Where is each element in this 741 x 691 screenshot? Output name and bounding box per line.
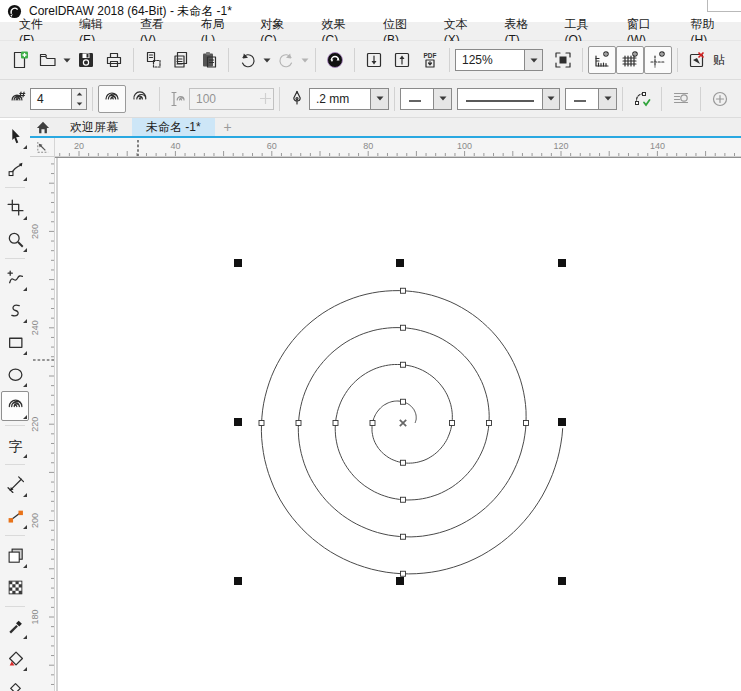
spiral-revolutions-spinner[interactable] <box>72 88 87 110</box>
curve-node[interactable] <box>524 421 529 426</box>
curve-node[interactable] <box>259 421 264 426</box>
show-guidelines-toggle[interactable] <box>644 46 672 74</box>
horizontal-ruler[interactable]: 20406080100120140 <box>55 138 741 157</box>
curve-node[interactable] <box>401 362 406 367</box>
drop-shadow-tool[interactable] <box>1 540 29 570</box>
search-content-button[interactable] <box>321 46 349 74</box>
import-button[interactable] <box>360 46 388 74</box>
drawing-canvas[interactable] <box>55 157 741 691</box>
open-document-button[interactable] <box>34 46 62 74</box>
show-rulers-toggle[interactable] <box>588 46 616 74</box>
line-style-caret[interactable] <box>542 89 559 109</box>
paste-button[interactable] <box>195 46 223 74</box>
print-button[interactable] <box>100 46 128 74</box>
spinner-up[interactable] <box>72 89 86 99</box>
shape-tool[interactable] <box>1 153 29 183</box>
ellipse-tool[interactable] <box>1 359 29 389</box>
curve-node[interactable] <box>401 288 406 293</box>
logarithmic-spiral-button[interactable] <box>126 85 154 113</box>
selection-handle[interactable] <box>234 577 242 585</box>
flyout-indicator-icon[interactable] <box>23 564 27 568</box>
flyout-indicator-icon[interactable] <box>23 319 27 323</box>
cut-button[interactable] <box>139 46 167 74</box>
crop-tool[interactable] <box>1 192 29 222</box>
copy-button[interactable] <box>167 46 195 74</box>
dimension-tool[interactable] <box>1 469 29 499</box>
tab-welcome-screen[interactable]: 欢迎屏幕 <box>56 118 132 136</box>
undo-dropdown-caret[interactable] <box>262 47 272 73</box>
ruler-origin-button[interactable] <box>30 138 55 157</box>
curve-node[interactable] <box>487 421 492 426</box>
curve-node[interactable] <box>401 460 406 465</box>
spiral-tool[interactable] <box>1 391 29 421</box>
spiral-revolutions-input[interactable]: 4 <box>30 88 72 110</box>
flyout-indicator-icon[interactable] <box>23 493 27 497</box>
text-wrap-button[interactable] <box>667 85 695 113</box>
curve-node[interactable] <box>401 571 406 576</box>
curve-node[interactable] <box>333 421 338 426</box>
close-curve-button[interactable] <box>628 85 656 113</box>
export-button[interactable] <box>388 46 416 74</box>
outline-width-caret[interactable] <box>370 89 388 109</box>
flyout-indicator-icon[interactable] <box>23 287 27 291</box>
flyout-indicator-icon[interactable] <box>23 145 27 149</box>
open-dropdown-caret[interactable] <box>62 47 72 73</box>
zoom-levels-caret[interactable] <box>524 50 542 70</box>
text-tool[interactable]: 字 <box>1 430 29 460</box>
flyout-indicator-icon[interactable] <box>23 415 27 419</box>
redo-button[interactable] <box>272 46 300 74</box>
snap-to-label[interactable]: 贴 <box>713 52 725 69</box>
flyout-indicator-icon[interactable] <box>23 177 27 181</box>
tab-untitled-document[interactable]: 未命名 -1* <box>132 118 215 136</box>
add-preset-button[interactable] <box>706 85 734 113</box>
home-tab-button[interactable] <box>30 118 56 136</box>
selection-handle[interactable] <box>234 259 242 267</box>
object-center-marker[interactable] <box>400 420 406 426</box>
flyout-indicator-icon[interactable] <box>23 454 27 458</box>
pick-tool[interactable] <box>1 121 29 151</box>
vertical-ruler[interactable]: 180200220240260 <box>30 157 55 691</box>
start-arrowhead-caret[interactable] <box>433 89 451 109</box>
save-button[interactable] <box>72 46 100 74</box>
flyout-indicator-icon[interactable] <box>23 635 27 639</box>
publish-pdf-button[interactable]: PDF <box>416 46 444 74</box>
new-document-button[interactable] <box>6 46 34 74</box>
selection-handle[interactable] <box>558 577 566 585</box>
curve-node[interactable] <box>401 325 406 330</box>
smart-drawing-tool[interactable] <box>1 295 29 325</box>
symmetric-spiral-button[interactable] <box>98 85 126 113</box>
show-grid-toggle[interactable] <box>616 46 644 74</box>
flyout-indicator-icon[interactable] <box>23 248 27 252</box>
outline-width-combo[interactable]: .2 mm <box>309 88 389 110</box>
end-arrowhead-caret[interactable] <box>598 89 616 109</box>
spiral-expansion-handle[interactable] <box>257 93 273 104</box>
transparency-tool[interactable] <box>1 572 29 602</box>
connector-tool[interactable] <box>1 501 29 531</box>
interactive-fill-tool[interactable] <box>1 643 29 673</box>
start-arrowhead-combo[interactable] <box>400 88 452 110</box>
snap-off-button[interactable] <box>683 46 711 74</box>
line-style-combo[interactable] <box>457 88 560 110</box>
redo-dropdown-caret[interactable] <box>300 47 310 73</box>
curve-node[interactable] <box>450 421 455 426</box>
curve-node[interactable] <box>401 534 406 539</box>
zoom-levels-combo[interactable]: 125% <box>455 49 543 71</box>
end-arrowhead-combo[interactable] <box>565 88 617 110</box>
flyout-indicator-icon[interactable] <box>23 216 27 220</box>
undo-button[interactable] <box>234 46 262 74</box>
selection-handle[interactable] <box>396 259 404 267</box>
flyout-indicator-icon[interactable] <box>23 383 27 387</box>
selection-handle[interactable] <box>558 418 566 426</box>
curve-node[interactable] <box>401 399 406 404</box>
selection-handle[interactable] <box>558 259 566 267</box>
flyout-indicator-icon[interactable] <box>23 351 27 355</box>
spinner-down[interactable] <box>72 99 86 109</box>
flyout-indicator-icon[interactable] <box>23 525 27 529</box>
selection-handle[interactable] <box>234 418 242 426</box>
flyout-indicator-icon[interactable] <box>23 667 27 671</box>
spiral-object[interactable] <box>261 291 562 574</box>
selection-handle[interactable] <box>396 577 404 585</box>
new-tab-button[interactable]: + <box>215 118 241 136</box>
curve-node[interactable] <box>370 421 375 426</box>
smart-fill-tool[interactable] <box>1 675 29 691</box>
